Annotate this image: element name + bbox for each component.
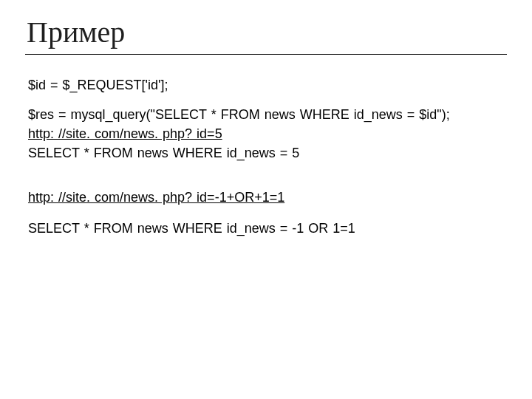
sql-result-2: SELECT * FROM news WHERE id_news = -1 OR… — [28, 219, 507, 238]
code-line-1: $id = $_REQUEST['id']; — [28, 75, 507, 95]
slide-title: Пример — [25, 15, 507, 50]
code-line-2: $res = mysql_query("SELECT * FROM news W… — [28, 105, 507, 124]
title-underline — [25, 54, 507, 55]
sql-result-1: SELECT * FROM news WHERE id_news = 5 — [28, 143, 507, 163]
slide-body: $id = $_REQUEST['id']; $res = mysql_quer… — [25, 75, 507, 239]
url-example-1[interactable]: http: //site. com/news. php? id=5 — [28, 126, 222, 141]
url-example-2[interactable]: http: //site. com/news. php? id=-1+OR+1=… — [28, 190, 284, 205]
slide: Пример $id = $_REQUEST['id']; $res = mys… — [0, 0, 532, 399]
